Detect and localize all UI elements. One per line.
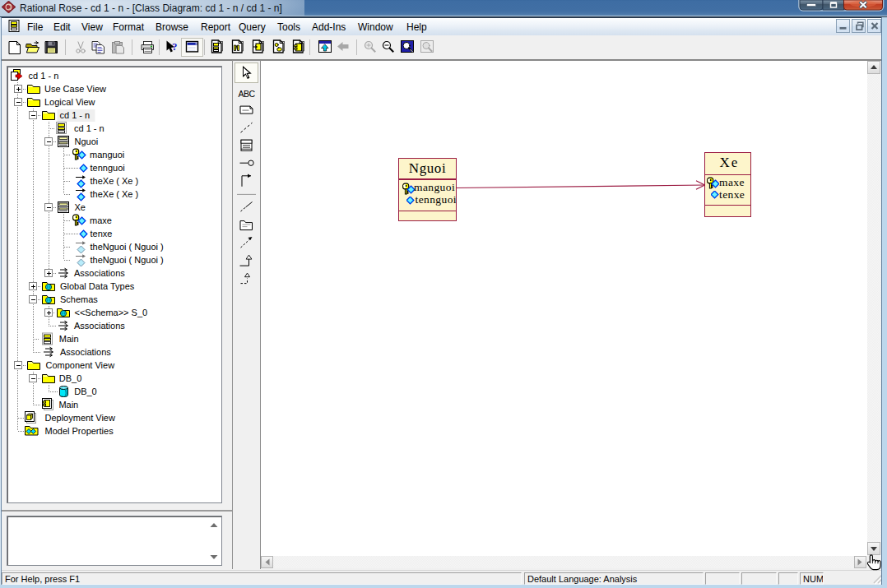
svg-text:theNguoi ( Nguoi ): theNguoi ( Nguoi ) [91, 242, 164, 252]
svg-text:Logical View: Logical View [44, 97, 95, 107]
svg-text:<<Schema>> S_0: <<Schema>> S_0 [75, 308, 148, 317]
svg-text:Component View: Component View [46, 360, 115, 370]
svg-text:DB_0: DB_0 [74, 387, 97, 396]
svg-text:Main: Main [58, 400, 78, 410]
svg-text:Xe: Xe [75, 202, 86, 212]
svg-text:theNguoi ( Nguoi ): theNguoi ( Nguoi ) [91, 255, 164, 265]
svg-text:cd 1 - n: cd 1 - n [60, 110, 91, 120]
svg-text:Associations: Associations [74, 268, 125, 278]
svg-text:theXe ( Xe ): theXe ( Xe ) [91, 176, 139, 186]
svg-text:Model Properties: Model Properties [45, 426, 114, 436]
svg-text:Global Data Types: Global Data Types [60, 281, 135, 291]
svg-text:?: ? [172, 40, 178, 53]
svg-text:DB_0: DB_0 [59, 373, 82, 383]
svg-text:theXe ( Xe ): theXe ( Xe ) [91, 189, 139, 199]
svg-text:maxe: maxe [90, 215, 112, 225]
svg-text:Use Case View: Use Case View [44, 84, 106, 94]
svg-text:ABC: ABC [238, 89, 255, 99]
svg-text:cd 1 - n: cd 1 - n [29, 71, 59, 81]
svg-text:Schemas: Schemas [60, 294, 98, 304]
svg-text:tenxe: tenxe [91, 229, 113, 238]
svg-text:Associations: Associations [60, 347, 111, 357]
svg-text:manguoi: manguoi [90, 150, 124, 160]
svg-text:Nguoi: Nguoi [75, 137, 99, 146]
svg-text:tennguoi: tennguoi [91, 163, 125, 173]
svg-text:cd 1 - n: cd 1 - n [74, 123, 104, 133]
svg-text:Main: Main [59, 334, 79, 344]
svg-text:Deployment View: Deployment View [45, 413, 115, 423]
svg-text:Associations: Associations [74, 321, 125, 331]
